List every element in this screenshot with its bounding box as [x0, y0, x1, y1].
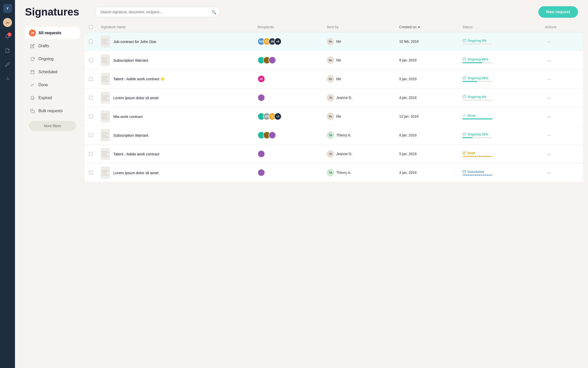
doc-cell: Lorem ipsum dolor sit amet	[101, 167, 250, 178]
sidebar-label-done: Done	[38, 83, 48, 87]
status-label: Scheduled	[462, 170, 537, 174]
nav-signature-icon[interactable]	[3, 60, 12, 69]
sidebar-item-drafts[interactable]: Drafts	[25, 40, 80, 52]
table-row[interactable]: Subscription Warrant Me Me 8 jan. 2019 O…	[85, 51, 583, 70]
actions-menu-button[interactable]: ···	[545, 150, 553, 158]
status-label: Ongoing 0%	[462, 95, 537, 99]
sidebar-item-done[interactable]: Done	[25, 79, 80, 91]
doc-cell: Talent - Adele work contract ⭐	[101, 73, 250, 85]
status-label: Done	[462, 114, 537, 117]
actions-menu-button[interactable]: ···	[545, 131, 553, 139]
table-header: Signature name Recipients Sent by Create…	[85, 22, 583, 32]
status-label: Ongoing 50%	[462, 76, 537, 80]
doc-name: Job contract for John Doe	[113, 39, 156, 44]
status-cell: Ongoing 0%	[462, 95, 537, 101]
svg-rect-9	[463, 170, 466, 173]
new-request-button[interactable]: New request	[538, 6, 578, 18]
nav-docs-icon[interactable]	[3, 46, 12, 55]
status-cell: Draft	[462, 151, 537, 157]
doc-cell: Subscription Warrant	[101, 129, 250, 141]
search-input[interactable]	[95, 7, 220, 17]
sent-by-cell: JD Jeanne D.	[327, 94, 391, 101]
select-all-checkbox[interactable]	[89, 25, 93, 29]
row-checkbox[interactable]	[89, 39, 93, 43]
bulk-requests-icon	[29, 107, 36, 114]
doc-cell: Job contract for John Doe	[101, 36, 250, 47]
doc-name: Subscription Warrant	[113, 58, 148, 62]
table-row[interactable]: Mia work contract MSTL+3 Me Me 12 jan. 2…	[85, 107, 583, 126]
svg-rect-3	[31, 70, 34, 74]
table-row[interactable]: Lorem ipsum dolor sit amet JD Jeanne D. …	[85, 88, 583, 107]
sent-by-name: Thierry A.	[336, 171, 351, 175]
actions-menu-button[interactable]: ···	[545, 94, 553, 102]
actions-menu-button[interactable]: ···	[545, 113, 553, 120]
recipients-cell	[258, 56, 319, 64]
status-label: Ongoing 33%	[462, 132, 537, 136]
table-row[interactable]: Talent - Adele work contract JD Jeanne D…	[85, 145, 583, 163]
table-row[interactable]: Subscription Warrant TA Thierry A. 8 jan…	[85, 126, 583, 145]
search-bar: 🔍	[95, 7, 220, 17]
table-row[interactable]: Talent - Adele work contract ⭐ JD Me Me …	[85, 70, 583, 88]
row-checkbox[interactable]	[89, 96, 93, 100]
sort-arrow-icon: ▼	[418, 25, 421, 29]
status-cell: Done	[462, 114, 537, 119]
sent-by-cell: Me Me	[327, 113, 391, 120]
ongoing-icon	[29, 55, 36, 62]
table-row[interactable]: Job contract for John Doe MCRZJN+6 Me Me…	[85, 32, 583, 51]
sidebar: JM All requests Drafts Ongoing	[25, 22, 80, 368]
sidebar-item-scheduled[interactable]: Scheduled	[25, 66, 80, 78]
created-on-cell: 10 feb. 2019	[395, 32, 458, 51]
body-layout: JM All requests Drafts Ongoing	[15, 22, 588, 368]
sent-by-avatar: Me	[327, 75, 334, 83]
user-avatar[interactable]: Jm	[3, 18, 12, 27]
doc-name: Lorem ipsum dolor sit amet	[113, 171, 158, 175]
doc-cell: Subscription Warrant	[101, 54, 250, 66]
sent-by-name: Jeanne D.	[336, 152, 352, 156]
table-body: Job contract for John Doe MCRZJN+6 Me Me…	[85, 32, 583, 182]
actions-menu-button[interactable]: ···	[545, 56, 553, 64]
nav-notifications-icon[interactable]: 2	[3, 32, 12, 41]
more-filters-button[interactable]: More filters	[29, 121, 76, 131]
recipient-avatar	[269, 56, 276, 64]
app-logo: Y	[3, 4, 12, 13]
row-checkbox[interactable]	[89, 58, 93, 62]
created-on-cell: 5 jan. 2019	[395, 145, 458, 163]
status-cell: Ongoing 33%	[462, 132, 537, 138]
actions-menu-button[interactable]: ···	[545, 38, 553, 45]
recipient-avatar: +6	[274, 38, 282, 45]
recipient-avatar	[258, 169, 265, 176]
header: Signatures 🔍 New request	[15, 0, 588, 22]
search-icon[interactable]: 🔍	[211, 10, 216, 14]
created-on-cell: 8 jan. 2019	[395, 51, 458, 70]
sidebar-item-ongoing[interactable]: Ongoing	[25, 53, 80, 65]
main-content: Signatures 🔍 New request JM All requests…	[15, 0, 588, 368]
doc-name: Mia work contract	[113, 114, 143, 119]
row-checkbox[interactable]	[89, 77, 93, 81]
sent-by-avatar: TA	[327, 169, 334, 176]
nav-analytics-icon[interactable]	[3, 74, 12, 83]
doc-name: Talent - Adele work contract ⭐	[113, 77, 165, 81]
col-actions: Actions	[541, 22, 583, 32]
sidebar-item-expired[interactable]: Expired	[25, 92, 80, 104]
sidebar-label-all-requests: All requests	[38, 31, 61, 35]
col-created-on[interactable]: Created on ▼	[395, 22, 458, 32]
row-checkbox[interactable]	[89, 114, 93, 118]
sent-by-name: Me	[336, 39, 341, 43]
status-cell: Scheduled	[462, 170, 537, 176]
recipients-cell	[258, 94, 319, 101]
sent-by-name: Jeanne D.	[336, 96, 352, 100]
sidebar-item-bulk-requests[interactable]: Bulk requests	[25, 105, 80, 117]
doc-thumbnail	[101, 54, 110, 66]
sent-by-name: Me	[336, 58, 341, 62]
sent-by-name: Me	[336, 114, 341, 118]
col-signature-name: Signature name	[97, 22, 254, 32]
row-checkbox[interactable]	[89, 171, 93, 175]
sent-by-avatar: Me	[327, 38, 334, 45]
table-row[interactable]: Lorem ipsum dolor sit amet TA Thierry A.…	[85, 163, 583, 182]
row-checkbox[interactable]	[89, 152, 93, 156]
status-label: Draft	[462, 151, 537, 155]
actions-menu-button[interactable]: ···	[545, 75, 553, 83]
sidebar-item-all-requests[interactable]: JM All requests	[25, 27, 80, 39]
actions-menu-button[interactable]: ···	[545, 169, 553, 177]
row-checkbox[interactable]	[89, 133, 93, 137]
